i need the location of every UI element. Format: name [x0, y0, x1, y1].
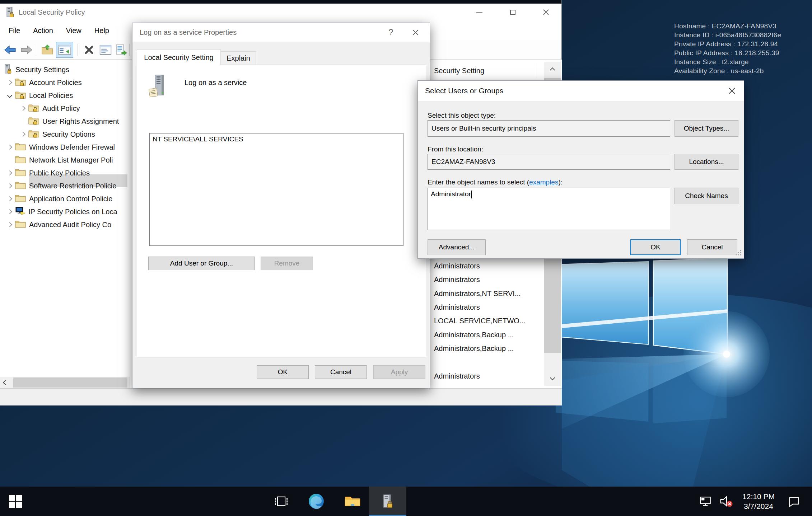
list-item[interactable]: Administrators,Backup ...: [434, 328, 540, 342]
menu-action[interactable]: Action: [27, 21, 60, 40]
forward-button[interactable]: [19, 42, 34, 58]
list-item[interactable]: Administrators: [434, 300, 540, 314]
object-names-input[interactable]: Administrator: [428, 188, 670, 230]
listbox-item[interactable]: NT SERVICE\ALL SERVICES: [150, 133, 403, 145]
tree-item-user-rights-assignment[interactable]: User Rights Assignment: [0, 115, 127, 128]
advanced-button[interactable]: Advanced...: [428, 239, 486, 255]
properties-button[interactable]: [98, 42, 113, 58]
list-item[interactable]: [434, 355, 540, 369]
ok-button[interactable]: OK: [257, 365, 309, 379]
minimize-button[interactable]: [467, 4, 492, 21]
tree-item-audit-policy[interactable]: Audit Policy: [0, 102, 127, 115]
tree-item-security-settings[interactable]: Security Settings: [0, 63, 127, 76]
tree-item-local-policies[interactable]: Local Policies: [0, 89, 127, 102]
title-bar[interactable]: Local Security Policy: [0, 4, 561, 21]
console-tree-toggle-button[interactable]: [56, 42, 73, 58]
tree-item-account-policies[interactable]: Account Policies: [0, 76, 127, 89]
remove-button[interactable]: Remove: [261, 257, 313, 270]
console-tree-icon: [58, 44, 71, 55]
network-tray-button[interactable]: [696, 487, 715, 516]
tree-item-security-options[interactable]: Security Options: [0, 128, 127, 141]
ec2-hostname: Hostname : EC2AMAZ-FAN98V3: [674, 22, 781, 31]
cancel-button[interactable]: Cancel: [687, 239, 737, 255]
tab-explain[interactable]: Explain: [221, 51, 256, 65]
local-security-policy-icon: [382, 494, 394, 508]
file-explorer-button[interactable]: [338, 487, 367, 516]
scrollbar-thumb[interactable]: [13, 377, 127, 388]
local-security-policy-taskbar-button[interactable]: [369, 487, 406, 516]
status-bar: [0, 388, 562, 405]
list-item[interactable]: LOCAL SERVICE,NETWO...: [434, 314, 540, 328]
start-button[interactable]: [0, 487, 31, 516]
object-names-label: Enter the object names to select (exampl…: [428, 178, 563, 186]
tree-item-windows-defender-firewall[interactable]: Windows Defender Firewal: [0, 141, 127, 154]
check-names-button[interactable]: Check Names: [675, 188, 738, 204]
tree-item-advanced-audit-policy[interactable]: Advanced Audit Policy Co: [0, 218, 127, 231]
locations-button[interactable]: Locations...: [675, 154, 738, 170]
object-type-label: Select this object type:: [428, 112, 496, 119]
task-view-icon: [274, 495, 288, 507]
delete-button[interactable]: [81, 42, 97, 58]
tree-item-label: Account Policies: [29, 79, 82, 87]
chevron-right-icon: [7, 222, 12, 227]
members-listbox[interactable]: NT SERVICE\ALL SERVICES: [149, 133, 403, 246]
menu-view[interactable]: View: [60, 21, 88, 40]
tab-local-security-setting[interactable]: Local Security Setting: [137, 50, 221, 65]
list-item[interactable]: Administrators: [434, 273, 540, 286]
chevron-right-icon: [7, 170, 12, 175]
chevron-right-icon: [7, 80, 12, 85]
tree-item-public-key-policies[interactable]: Public Key Policies: [0, 166, 127, 179]
tree-item-network-list-manager[interactable]: Network List Manager Poli: [0, 154, 127, 166]
edge-button[interactable]: [300, 487, 332, 516]
tree-item-label: Local Policies: [29, 92, 73, 100]
folder-icon: [15, 219, 26, 230]
export-list-icon: [116, 44, 127, 56]
tree-item-software-restriction-policies[interactable]: Software Restriction Policie: [0, 179, 127, 192]
apply-button[interactable]: Apply: [373, 365, 425, 379]
scroll-up-button[interactable]: [544, 62, 561, 78]
taskbar: 12:10 PM 3/7/2024: [0, 487, 812, 516]
ok-button[interactable]: OK: [630, 239, 681, 255]
tree-item-ip-security-policies[interactable]: IP Security Policies on Loca: [0, 205, 127, 218]
scroll-left-button[interactable]: [0, 377, 11, 388]
task-view-button[interactable]: [267, 487, 295, 516]
properties-icon: [99, 44, 112, 55]
list-item[interactable]: Administrators: [434, 259, 540, 273]
up-folder-button[interactable]: [39, 42, 55, 58]
add-user-or-group-button[interactable]: Add User or Group...: [148, 257, 255, 270]
close-button[interactable]: [720, 81, 744, 101]
back-button[interactable]: [2, 42, 18, 58]
clock-tray-button[interactable]: 12:10 PM 3/7/2024: [737, 487, 780, 516]
list-item[interactable]: Administrators: [434, 369, 540, 383]
panel-divider[interactable]: [128, 60, 128, 388]
close-button[interactable]: [405, 23, 426, 42]
list-item[interactable]: Administrators,NT SERVI...: [434, 287, 540, 300]
menu-file[interactable]: File: [2, 21, 27, 40]
server-lock-icon: [4, 64, 12, 76]
tree-item-label: Software Restriction Policie: [29, 182, 116, 190]
action-center-button[interactable]: [783, 487, 805, 516]
object-types-button[interactable]: Object Types...: [675, 120, 738, 137]
menu-help[interactable]: Help: [88, 21, 116, 40]
dialog-title-bar[interactable]: Log on as a service Properties ?: [132, 23, 430, 42]
dialog-title-bar[interactable]: Select Users or Groups: [418, 81, 744, 101]
export-list-button[interactable]: [113, 42, 129, 58]
list-item[interactable]: Administrators,Backup ...: [434, 342, 540, 355]
close-button[interactable]: [533, 4, 559, 21]
column-divider[interactable]: [537, 63, 537, 78]
resize-grip[interactable]: [735, 249, 742, 256]
cancel-button[interactable]: Cancel: [315, 365, 367, 379]
file-explorer-icon: [344, 494, 361, 508]
location-field: EC2AMAZ-FAN98V3: [428, 154, 670, 170]
toolbar-separator: [129, 44, 130, 56]
tree-item-label: Security Settings: [15, 66, 69, 74]
help-button[interactable]: ?: [380, 23, 402, 42]
horizontal-scrollbar[interactable]: [0, 377, 130, 388]
tree-item-application-control-policies[interactable]: Application Control Policie: [0, 192, 127, 205]
scroll-down-button[interactable]: [544, 370, 561, 386]
examples-link[interactable]: examples: [529, 178, 558, 186]
volume-tray-button[interactable]: [716, 487, 737, 516]
column-header-security-setting[interactable]: Security Setting: [434, 62, 535, 80]
maximize-icon: [510, 10, 515, 15]
maximize-button[interactable]: [500, 4, 525, 21]
